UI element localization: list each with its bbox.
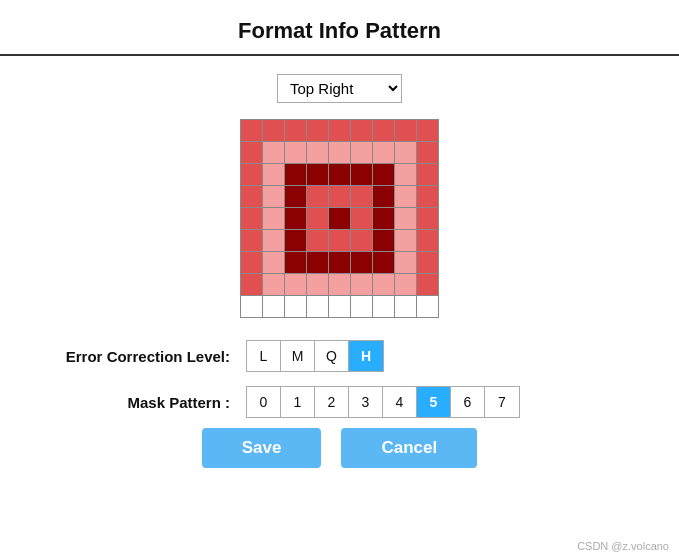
grid-cell <box>285 186 307 208</box>
grid-cell <box>285 296 307 318</box>
grid-cell <box>241 230 263 252</box>
ec-button-q[interactable]: Q <box>315 341 349 371</box>
ec-button-l[interactable]: L <box>247 341 281 371</box>
grid-cell <box>329 252 351 274</box>
grid-cell <box>395 120 417 142</box>
grid-cell <box>241 164 263 186</box>
grid-cell <box>285 274 307 296</box>
grid-cell <box>307 208 329 230</box>
error-correction-group: LMQH <box>246 340 384 372</box>
grid-cell <box>329 186 351 208</box>
grid-cell <box>307 120 329 142</box>
grid-cell <box>285 230 307 252</box>
error-correction-label: Error Correction Level: <box>40 348 230 365</box>
grid-cell <box>351 274 373 296</box>
grid-cell <box>329 208 351 230</box>
grid-cell <box>373 296 395 318</box>
save-button[interactable]: Save <box>202 428 322 468</box>
grid-cell <box>285 208 307 230</box>
mp-button-5[interactable]: 5 <box>417 387 451 417</box>
mp-button-3[interactable]: 3 <box>349 387 383 417</box>
page-title: Format Info Pattern <box>238 18 441 43</box>
grid-cell <box>417 120 439 142</box>
mask-pattern-group: 01234567 <box>246 386 520 418</box>
error-correction-row: Error Correction Level: LMQH <box>40 340 639 372</box>
grid-cell <box>329 164 351 186</box>
grid-cell <box>263 274 285 296</box>
mask-pattern-label: Mask Pattern : <box>40 394 230 411</box>
position-select[interactable]: Top LeftTop RightBottom LeftBottom Right <box>277 74 402 103</box>
grid-cell <box>373 252 395 274</box>
dropdown-row: Top LeftTop RightBottom LeftBottom Right <box>277 74 402 103</box>
grid-cell <box>263 296 285 318</box>
grid-cell <box>373 186 395 208</box>
ec-button-h[interactable]: H <box>349 341 383 371</box>
grid-cell <box>307 296 329 318</box>
grid-cell <box>395 252 417 274</box>
grid-cell <box>351 230 373 252</box>
mp-button-2[interactable]: 2 <box>315 387 349 417</box>
grid-cell <box>373 120 395 142</box>
grid-cell <box>307 252 329 274</box>
grid-cell <box>329 274 351 296</box>
action-buttons: Save Cancel <box>202 428 477 468</box>
ec-button-m[interactable]: M <box>281 341 315 371</box>
grid-cell <box>307 274 329 296</box>
grid-cell <box>351 120 373 142</box>
mp-button-7[interactable]: 7 <box>485 387 519 417</box>
grid-cell <box>241 274 263 296</box>
grid-cell <box>263 252 285 274</box>
grid-cell <box>263 164 285 186</box>
grid-cell <box>417 296 439 318</box>
grid-cell <box>417 186 439 208</box>
grid-cell <box>395 230 417 252</box>
grid-cell <box>241 252 263 274</box>
mask-pattern-row: Mask Pattern : 01234567 <box>40 386 639 418</box>
grid-cell <box>417 142 439 164</box>
mp-button-4[interactable]: 4 <box>383 387 417 417</box>
grid-cell <box>373 274 395 296</box>
grid-cell <box>307 142 329 164</box>
mp-button-1[interactable]: 1 <box>281 387 315 417</box>
grid-cell <box>373 164 395 186</box>
grid-cell <box>307 186 329 208</box>
grid-cell <box>351 296 373 318</box>
grid-cell <box>241 186 263 208</box>
grid-cell <box>395 296 417 318</box>
grid-cell <box>263 230 285 252</box>
grid-container <box>240 119 439 318</box>
grid-cell <box>329 142 351 164</box>
grid-cell <box>351 164 373 186</box>
grid-cell <box>241 296 263 318</box>
grid-cell <box>307 164 329 186</box>
mp-button-6[interactable]: 6 <box>451 387 485 417</box>
grid-cell <box>263 142 285 164</box>
grid-cell <box>241 142 263 164</box>
grid-cell <box>263 208 285 230</box>
grid-cell <box>395 164 417 186</box>
grid-cell <box>417 230 439 252</box>
grid-cell <box>373 230 395 252</box>
grid-cell <box>285 120 307 142</box>
grid-cell <box>285 252 307 274</box>
grid-cell <box>417 208 439 230</box>
grid-cell <box>351 252 373 274</box>
grid-cell <box>351 208 373 230</box>
grid-cell <box>395 142 417 164</box>
grid-cell <box>329 230 351 252</box>
controls-section: Error Correction Level: LMQH Mask Patter… <box>0 340 679 418</box>
grid-cell <box>241 120 263 142</box>
grid-cell <box>263 186 285 208</box>
grid-cell <box>351 142 373 164</box>
grid-cell <box>351 186 373 208</box>
mp-button-0[interactable]: 0 <box>247 387 281 417</box>
grid-cell <box>373 208 395 230</box>
grid-cell <box>417 252 439 274</box>
watermark: CSDN @z.volcano <box>577 540 669 552</box>
grid-cell <box>395 208 417 230</box>
grid-cell <box>329 296 351 318</box>
grid-cell <box>285 142 307 164</box>
grid-cell <box>329 120 351 142</box>
qr-grid <box>240 119 439 318</box>
cancel-button[interactable]: Cancel <box>341 428 477 468</box>
